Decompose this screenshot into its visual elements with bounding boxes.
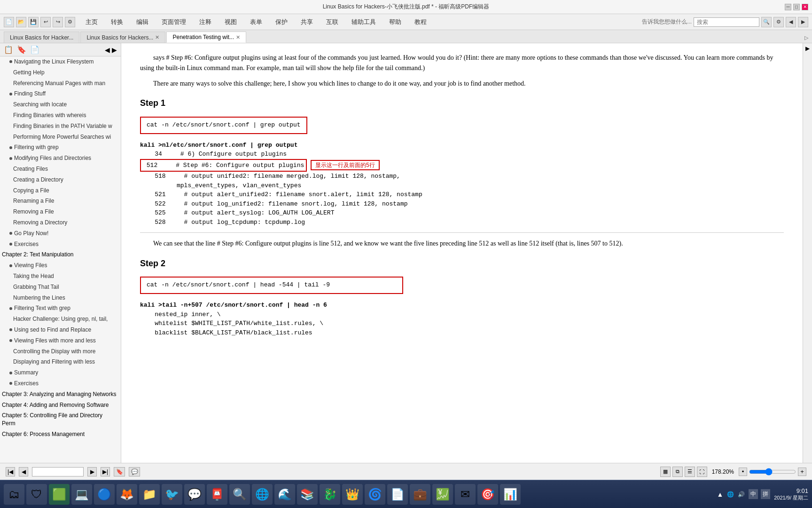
- sidebar-item-copying[interactable]: Copying a File: [0, 185, 121, 196]
- menu-help[interactable]: 帮助: [386, 17, 404, 27]
- settings-menu-icon[interactable]: ⚙: [773, 17, 784, 27]
- taskbar-icon-10[interactable]: 🔍: [229, 484, 250, 505]
- settings-icon[interactable]: ⚙: [65, 17, 75, 27]
- taskbar-icon-7[interactable]: 🐦: [162, 484, 182, 505]
- sidebar-item-removing-file[interactable]: Removing a File: [0, 206, 121, 217]
- menu-form[interactable]: 表单: [247, 17, 265, 27]
- menu-connect[interactable]: 互联: [323, 17, 341, 27]
- input-method[interactable]: 中 拼: [749, 489, 770, 499]
- sidebar-item-summary[interactable]: Summary: [0, 367, 121, 378]
- sidebar-item-numbering[interactable]: Numbering the Lines: [0, 293, 121, 303]
- sidebar-item-chapter4[interactable]: Chapter 4: Adding and Removing Software: [0, 400, 121, 411]
- sidebar-item-hacker-challenge[interactable]: Hacker Challenge: Using grep, nl, tail,: [0, 314, 121, 325]
- undo-icon[interactable]: ↩: [40, 17, 51, 27]
- taskbar-icon-4[interactable]: 🔵: [94, 484, 115, 505]
- menu-page-manage[interactable]: 页面管理: [159, 17, 189, 27]
- taskbar-icon-13[interactable]: 📚: [297, 484, 318, 505]
- taskbar-time[interactable]: 9:01 2021/9/ 星期二: [774, 487, 808, 501]
- nav-prev-button[interactable]: ◀: [19, 467, 28, 476]
- sidebar-item-manual[interactable]: Referencing Manual Pages with man: [0, 78, 121, 89]
- tab-2[interactable]: Linux Basics for Hackers... ✕: [80, 32, 165, 43]
- taskbar-icon-3[interactable]: 💻: [71, 484, 92, 505]
- taskbar-icon-19[interactable]: 💹: [432, 484, 453, 505]
- view-single-icon[interactable]: ▦: [660, 467, 671, 477]
- right-panel-icon[interactable]: ▶: [805, 45, 810, 52]
- toolbar-quick-icons[interactable]: 📄 📂 💾 ↩ ↪ ⚙: [4, 17, 75, 27]
- taskbar-icon-2[interactable]: 🟩: [49, 484, 70, 505]
- sidebar-item-goplay[interactable]: Go Play Now!: [0, 228, 121, 239]
- volume-icon[interactable]: 🔊: [738, 491, 745, 498]
- menu-home[interactable]: 主页: [83, 17, 101, 27]
- sidebar-item-chapter6[interactable]: Chapter 6: Process Management: [0, 429, 121, 440]
- view-scroll-icon[interactable]: ☰: [685, 467, 695, 477]
- redo-icon[interactable]: ↪: [53, 17, 63, 27]
- taskbar-icon-22[interactable]: 📊: [500, 484, 521, 505]
- taskbar-icon-9[interactable]: 📮: [207, 484, 227, 505]
- window-controls[interactable]: ─ □ ✕: [785, 4, 808, 10]
- sidebar-item-exercises2[interactable]: Exercises: [0, 378, 121, 389]
- search-area[interactable]: 告诉我您想做什么... 🔍 ⚙ ◀ ▶: [642, 17, 808, 27]
- sidebar-item-taking-head[interactable]: Taking the Head: [0, 271, 121, 282]
- taskbar-icon-21[interactable]: 🎯: [477, 484, 498, 505]
- view-fit-icon[interactable]: ⛶: [697, 467, 707, 477]
- sys-tray[interactable]: ▲: [717, 491, 723, 498]
- taskbar-icon-18[interactable]: 💼: [410, 484, 430, 505]
- sidebar-item-displaying-less[interactable]: Displaying and Filtering with less: [0, 357, 121, 367]
- sidebar-item-whereis[interactable]: Finding Binaries with whereis: [0, 110, 121, 121]
- nav-next-button[interactable]: ▶: [87, 467, 97, 476]
- sidebar-item-grep[interactable]: Filtering with grep: [0, 142, 121, 153]
- sidebar-icon-2[interactable]: 🔖: [17, 45, 26, 54]
- save-icon[interactable]: 💾: [28, 17, 39, 27]
- sidebar-item-finding[interactable]: Finding Stuff: [0, 88, 121, 99]
- tab-3[interactable]: Penetration Testing wit... ✕: [166, 32, 246, 43]
- sidebar-item-exercises1[interactable]: Exercises: [0, 239, 121, 250]
- sidebar-item-searches[interactable]: Performing More Powerful Searches wi: [0, 132, 121, 143]
- menu-tools[interactable]: 辅助工具: [349, 17, 379, 27]
- new-icon[interactable]: 📄: [4, 17, 14, 27]
- sidebar-item-chapter5[interactable]: Chapter 5: Controlling File and Director…: [0, 410, 121, 429]
- nav-bookmark-button[interactable]: 🔖: [114, 467, 125, 476]
- sidebar-item-creating-files[interactable]: Creating Files: [0, 164, 121, 175]
- sidebar-item-sed[interactable]: Using sed to Find and Replace: [0, 325, 121, 335]
- sidebar-item-locate[interactable]: Searching with locate: [0, 99, 121, 110]
- tray-expand[interactable]: ▲: [717, 491, 723, 498]
- taskbar-start[interactable]: 🗂: [4, 484, 24, 505]
- network-icon[interactable]: 🌐: [727, 491, 734, 498]
- page-input[interactable]: 23 (61 / 250): [32, 467, 84, 476]
- zoom-slider[interactable]: [749, 468, 796, 476]
- minimize-button[interactable]: ─: [785, 4, 791, 10]
- menu-annotate[interactable]: 注释: [196, 17, 214, 27]
- sidebar-item-removing-dir[interactable]: Removing a Directory: [0, 217, 121, 228]
- nav-last-button[interactable]: ▶|: [101, 467, 110, 476]
- sidebar-item-creating-dir[interactable]: Creating a Directory: [0, 175, 121, 185]
- sidebar-item-grabbing-tail[interactable]: Grabbing That Tail: [0, 282, 121, 293]
- taskbar-icon-11[interactable]: 🌐: [252, 484, 273, 505]
- taskbar-icon-14[interactable]: 🐉: [320, 484, 340, 505]
- sidebar-item-renaming[interactable]: Renaming a File: [0, 196, 121, 206]
- menu-share[interactable]: 共享: [298, 17, 316, 27]
- taskbar-icon-15[interactable]: 👑: [342, 484, 363, 505]
- view-double-icon[interactable]: ⧉: [672, 467, 683, 477]
- sidebar-item-navigating[interactable]: Navigating the Linux Filesystem: [0, 56, 121, 67]
- menu-convert[interactable]: 转换: [108, 17, 126, 27]
- sidebar-item-path[interactable]: Finding Binaries in the PATH Variable w: [0, 121, 121, 132]
- taskbar-icon-8[interactable]: 💬: [184, 484, 205, 505]
- sidebar-item-filter-grep[interactable]: Filtering Text with grep: [0, 303, 121, 314]
- menu-protect[interactable]: 保护: [273, 17, 290, 27]
- menu-edit[interactable]: 编辑: [133, 17, 151, 27]
- nav-comment-button[interactable]: 💬: [129, 467, 140, 476]
- tab-2-close[interactable]: ✕: [155, 34, 159, 40]
- taskbar-icon-5[interactable]: 🦊: [117, 484, 137, 505]
- sidebar-icon-3[interactable]: 📄: [30, 45, 39, 54]
- maximize-button[interactable]: □: [793, 4, 800, 10]
- tab-3-close[interactable]: ✕: [236, 34, 240, 40]
- taskbar-icon-17[interactable]: 📄: [387, 484, 408, 505]
- zoom-in-button[interactable]: +: [798, 468, 806, 476]
- sidebar-collapse-btn[interactable]: ◀ ▶: [105, 46, 117, 54]
- search-input[interactable]: [694, 17, 759, 27]
- open-icon[interactable]: 📂: [16, 17, 26, 27]
- sidebar-item-chapter2[interactable]: Chapter 2: Text Manipulation: [0, 249, 121, 260]
- sidebar-item-help[interactable]: Getting Help: [0, 67, 121, 78]
- search-button[interactable]: 🔍: [761, 17, 772, 27]
- sidebar-item-modifying[interactable]: Modifying Files and Directories: [0, 153, 121, 164]
